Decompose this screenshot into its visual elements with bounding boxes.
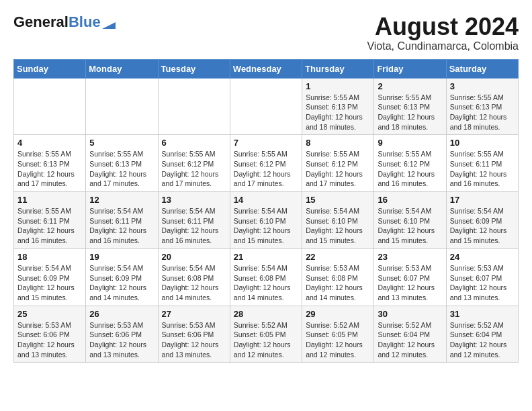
title-block: August 2024 Viota, Cundinamarca, Colombi… — [367, 13, 519, 52]
day-info: Sunrise: 5:54 AMSunset: 6:09 PMDaylight:… — [450, 206, 515, 246]
day-number: 11 — [17, 195, 82, 205]
logo-blue-text: Blue — [69, 13, 101, 31]
calendar-cell: 28Sunrise: 5:52 AMSunset: 6:05 PMDayligh… — [230, 306, 302, 363]
logo-arrow-icon — [102, 15, 116, 29]
calendar-cell: 4Sunrise: 5:55 AMSunset: 6:13 PMDaylight… — [14, 135, 86, 192]
day-number: 16 — [378, 195, 442, 205]
calendar-cell: 9Sunrise: 5:55 AMSunset: 6:12 PMDaylight… — [374, 135, 446, 192]
day-info: Sunrise: 5:55 AMSunset: 6:11 PMDaylight:… — [17, 206, 82, 246]
day-info: Sunrise: 5:52 AMSunset: 6:04 PMDaylight:… — [450, 320, 515, 360]
day-info: Sunrise: 5:55 AMSunset: 6:13 PMDaylight:… — [378, 93, 442, 132]
day-info: Sunrise: 5:54 AMSunset: 6:08 PMDaylight:… — [162, 263, 226, 303]
calendar-header: SundayMondayTuesdayWednesdayThursdayFrid… — [14, 59, 519, 78]
day-number: 17 — [450, 195, 515, 205]
day-number: 31 — [450, 309, 515, 319]
calendar-cell — [86, 78, 158, 135]
day-number: 2 — [378, 81, 442, 91]
calendar-week-row: 11Sunrise: 5:55 AMSunset: 6:11 PMDayligh… — [14, 192, 519, 249]
calendar-cell: 1Sunrise: 5:55 AMSunset: 6:13 PMDaylight… — [302, 78, 374, 135]
day-info: Sunrise: 5:54 AMSunset: 6:08 PMDaylight:… — [234, 263, 298, 303]
day-number: 5 — [89, 138, 154, 148]
day-info: Sunrise: 5:55 AMSunset: 6:12 PMDaylight:… — [378, 149, 442, 189]
day-info: Sunrise: 5:54 AMSunset: 6:10 PMDaylight:… — [306, 206, 370, 246]
weekday-header-saturday: Saturday — [446, 59, 518, 78]
day-info: Sunrise: 5:55 AMSunset: 6:13 PMDaylight:… — [450, 93, 515, 132]
calendar-cell: 8Sunrise: 5:55 AMSunset: 6:12 PMDaylight… — [302, 135, 374, 192]
day-number: 29 — [306, 309, 370, 319]
calendar-cell: 2Sunrise: 5:55 AMSunset: 6:13 PMDaylight… — [374, 78, 446, 135]
day-number: 7 — [234, 138, 298, 148]
calendar-cell: 18Sunrise: 5:54 AMSunset: 6:09 PMDayligh… — [14, 248, 86, 306]
day-number: 8 — [306, 138, 370, 148]
day-number: 22 — [306, 252, 370, 262]
weekday-header-wednesday: Wednesday — [230, 59, 302, 78]
day-info: Sunrise: 5:55 AMSunset: 6:12 PMDaylight:… — [162, 149, 226, 189]
calendar-cell: 19Sunrise: 5:54 AMSunset: 6:09 PMDayligh… — [86, 248, 158, 306]
day-info: Sunrise: 5:53 AMSunset: 6:06 PMDaylight:… — [89, 320, 154, 360]
page-header: General Blue August 2024 Viota, Cundinam… — [13, 13, 519, 52]
day-info: Sunrise: 5:54 AMSunset: 6:11 PMDaylight:… — [162, 206, 226, 246]
day-number: 21 — [234, 252, 298, 262]
day-info: Sunrise: 5:52 AMSunset: 6:05 PMDaylight:… — [306, 320, 370, 360]
day-info: Sunrise: 5:54 AMSunset: 6:09 PMDaylight:… — [17, 263, 82, 303]
calendar-week-row: 1Sunrise: 5:55 AMSunset: 6:13 PMDaylight… — [14, 78, 519, 135]
day-number: 14 — [234, 195, 298, 205]
calendar-cell: 7Sunrise: 5:55 AMSunset: 6:12 PMDaylight… — [230, 135, 302, 192]
weekday-header-friday: Friday — [374, 59, 446, 78]
day-number: 20 — [162, 252, 226, 262]
day-number: 30 — [378, 309, 442, 319]
day-number: 25 — [17, 309, 82, 319]
logo-general-text: General — [13, 13, 69, 31]
calendar-week-row: 25Sunrise: 5:53 AMSunset: 6:06 PMDayligh… — [14, 306, 519, 363]
day-number: 6 — [162, 138, 226, 148]
day-number: 15 — [306, 195, 370, 205]
day-number: 27 — [162, 309, 226, 319]
day-info: Sunrise: 5:54 AMSunset: 6:11 PMDaylight:… — [89, 206, 154, 246]
day-info: Sunrise: 5:54 AMSunset: 6:10 PMDaylight:… — [378, 206, 442, 246]
day-number: 26 — [89, 309, 154, 319]
day-info: Sunrise: 5:53 AMSunset: 6:06 PMDaylight:… — [17, 320, 82, 360]
calendar-cell: 22Sunrise: 5:53 AMSunset: 6:08 PMDayligh… — [302, 248, 374, 306]
calendar-cell: 15Sunrise: 5:54 AMSunset: 6:10 PMDayligh… — [302, 192, 374, 249]
calendar-table: SundayMondayTuesdayWednesdayThursdayFrid… — [13, 59, 519, 363]
calendar-cell: 10Sunrise: 5:55 AMSunset: 6:11 PMDayligh… — [446, 135, 518, 192]
weekday-header-monday: Monday — [86, 59, 158, 78]
day-info: Sunrise: 5:55 AMSunset: 6:13 PMDaylight:… — [89, 149, 154, 189]
logo: General Blue — [13, 13, 116, 31]
calendar-cell: 26Sunrise: 5:53 AMSunset: 6:06 PMDayligh… — [86, 306, 158, 363]
calendar-week-row: 18Sunrise: 5:54 AMSunset: 6:09 PMDayligh… — [14, 248, 519, 306]
day-info: Sunrise: 5:54 AMSunset: 6:09 PMDaylight:… — [89, 263, 154, 303]
day-number: 9 — [378, 138, 442, 148]
day-info: Sunrise: 5:55 AMSunset: 6:12 PMDaylight:… — [306, 149, 370, 189]
day-info: Sunrise: 5:54 AMSunset: 6:10 PMDaylight:… — [234, 206, 298, 246]
calendar-cell: 12Sunrise: 5:54 AMSunset: 6:11 PMDayligh… — [86, 192, 158, 249]
calendar-cell: 17Sunrise: 5:54 AMSunset: 6:09 PMDayligh… — [446, 192, 518, 249]
day-info: Sunrise: 5:53 AMSunset: 6:06 PMDaylight:… — [162, 320, 226, 360]
day-info: Sunrise: 5:52 AMSunset: 6:05 PMDaylight:… — [234, 320, 298, 360]
day-info: Sunrise: 5:52 AMSunset: 6:04 PMDaylight:… — [378, 320, 442, 360]
weekday-header-row: SundayMondayTuesdayWednesdayThursdayFrid… — [14, 59, 519, 78]
calendar-cell: 20Sunrise: 5:54 AMSunset: 6:08 PMDayligh… — [158, 248, 230, 306]
calendar-cell: 6Sunrise: 5:55 AMSunset: 6:12 PMDaylight… — [158, 135, 230, 192]
calendar-cell: 27Sunrise: 5:53 AMSunset: 6:06 PMDayligh… — [158, 306, 230, 363]
day-number: 12 — [89, 195, 154, 205]
calendar-cell: 24Sunrise: 5:53 AMSunset: 6:07 PMDayligh… — [446, 248, 518, 306]
day-number: 23 — [378, 252, 442, 262]
calendar-cell: 14Sunrise: 5:54 AMSunset: 6:10 PMDayligh… — [230, 192, 302, 249]
calendar-week-row: 4Sunrise: 5:55 AMSunset: 6:13 PMDaylight… — [14, 135, 519, 192]
weekday-header-tuesday: Tuesday — [158, 59, 230, 78]
day-info: Sunrise: 5:53 AMSunset: 6:08 PMDaylight:… — [306, 263, 370, 303]
day-number: 3 — [450, 81, 515, 91]
calendar-cell: 25Sunrise: 5:53 AMSunset: 6:06 PMDayligh… — [14, 306, 86, 363]
page-subtitle: Viota, Cundinamarca, Colombia — [367, 40, 519, 52]
day-number: 24 — [450, 252, 515, 262]
calendar-cell: 13Sunrise: 5:54 AMSunset: 6:11 PMDayligh… — [158, 192, 230, 249]
day-info: Sunrise: 5:55 AMSunset: 6:13 PMDaylight:… — [17, 149, 82, 189]
day-info: Sunrise: 5:53 AMSunset: 6:07 PMDaylight:… — [378, 263, 442, 303]
svg-marker-0 — [102, 22, 116, 29]
day-info: Sunrise: 5:55 AMSunset: 6:11 PMDaylight:… — [450, 149, 515, 189]
day-number: 13 — [162, 195, 226, 205]
calendar-cell — [14, 78, 86, 135]
calendar-cell: 16Sunrise: 5:54 AMSunset: 6:10 PMDayligh… — [374, 192, 446, 249]
calendar-cell: 11Sunrise: 5:55 AMSunset: 6:11 PMDayligh… — [14, 192, 86, 249]
